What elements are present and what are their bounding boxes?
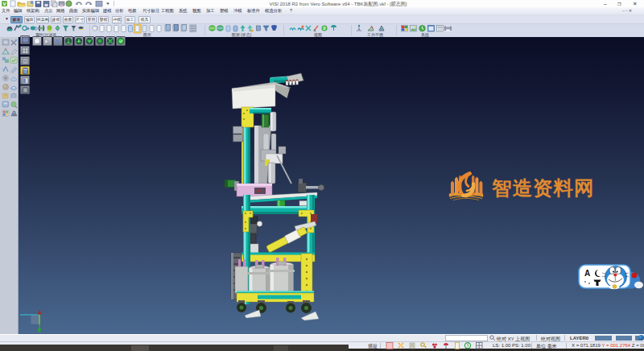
svg-text:A: A xyxy=(584,269,590,278)
svg-text:智造资料网: 智造资料网 xyxy=(491,177,595,199)
